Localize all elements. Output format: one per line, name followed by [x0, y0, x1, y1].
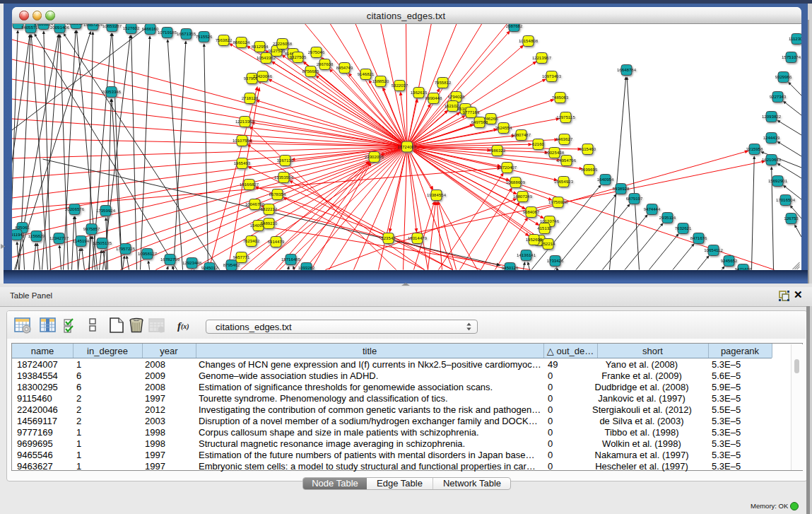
svg-text:9084067: 9084067: [522, 209, 539, 214]
svg-text:5938928: 5938928: [612, 186, 629, 191]
svg-text:22420046: 22420046: [252, 74, 272, 78]
svg-text:2867608: 2867608: [316, 62, 333, 66]
svg-text:6879197: 6879197: [625, 196, 642, 201]
svg-text:9450126: 9450126: [501, 265, 518, 270]
svg-text:1588520: 1588520: [372, 78, 389, 83]
svg-text:1093282: 1093282: [298, 265, 314, 270]
svg-text:16654923: 16654923: [553, 179, 573, 184]
svg-text:10543362: 10543362: [256, 55, 276, 60]
svg-text:1952695: 1952695: [525, 237, 542, 242]
svg-text:1145194: 1145194: [72, 238, 89, 243]
svg-text:8660124: 8660124: [233, 40, 249, 45]
svg-text:8756685: 8756685: [302, 69, 319, 74]
svg-text:10025438: 10025438: [544, 150, 564, 155]
svg-text:2935114: 2935114: [659, 215, 676, 220]
svg-text:20206576: 20206576: [64, 206, 84, 211]
svg-text:10107554: 10107554: [232, 138, 252, 143]
svg-text:7515526: 7515526: [195, 34, 212, 39]
svg-text:12975115: 12975115: [556, 115, 575, 119]
svg-text:15751074: 15751074: [781, 54, 801, 59]
svg-text:9245652: 9245652: [720, 258, 737, 263]
svg-text:20053346: 20053346: [101, 89, 121, 94]
svg-text:6914479: 6914479: [267, 239, 284, 244]
svg-text:6497568: 6497568: [471, 119, 488, 124]
svg-text:6466160: 6466160: [141, 26, 158, 31]
svg-text:12093822: 12093822: [761, 114, 781, 119]
svg-text:17957225: 17957225: [115, 246, 135, 251]
svg-text:16648784: 16648784: [616, 67, 636, 72]
svg-text:6794028: 6794028: [447, 94, 464, 99]
svg-text:8795462: 8795462: [223, 262, 240, 267]
svg-text:17016504: 17016504: [775, 197, 795, 202]
svg-text:19166827: 19166827: [239, 182, 259, 187]
svg-text:9329966: 9329966: [775, 74, 792, 79]
svg-text:15692901: 15692901: [767, 178, 787, 183]
svg-text:3624554: 3624554: [495, 125, 512, 130]
svg-text:10973493: 10973493: [541, 74, 561, 78]
svg-text:17359924: 17359924: [95, 208, 115, 213]
svg-text:14136141: 14136141: [516, 252, 536, 257]
svg-text:126753: 126753: [784, 216, 799, 221]
svg-text:1362615: 1362615: [410, 90, 427, 95]
svg-text:2975046: 2975046: [307, 49, 324, 54]
svg-text:18724007: 18724007: [397, 144, 417, 149]
svg-text:23226058: 23226058: [272, 41, 292, 46]
svg-text:7485063: 7485063: [551, 95, 568, 100]
svg-text:20091406: 20091406: [49, 25, 69, 30]
svg-text:9471676: 9471676: [734, 267, 751, 270]
svg-text:1156829: 1156829: [28, 233, 45, 238]
svg-text:1527602: 1527602: [122, 25, 139, 30]
svg-text:7986322: 7986322: [488, 148, 505, 153]
svg-text:3267130: 3267130: [276, 158, 293, 163]
svg-text:5822212: 5822212: [260, 206, 277, 211]
svg-text:12505135: 12505135: [92, 240, 112, 245]
svg-text:7563822: 7563822: [215, 37, 232, 42]
svg-text:13353594: 13353594: [273, 175, 293, 180]
svg-text:9457771: 9457771: [233, 255, 249, 259]
svg-text:10653287: 10653287: [102, 23, 122, 28]
svg-text:9146821: 9146821: [357, 71, 374, 76]
svg-text:8454749: 8454749: [336, 65, 353, 70]
svg-text:123542: 123542: [381, 235, 396, 240]
svg-text:8678354: 8678354: [269, 192, 286, 197]
svg-text:19314479: 19314479: [407, 235, 427, 240]
svg-text:9327505: 9327505: [289, 54, 306, 59]
svg-text:1733426: 1733426: [546, 258, 563, 263]
svg-text:1244419: 1244419: [763, 135, 779, 140]
svg-text:6489210: 6489210: [260, 221, 277, 226]
svg-text:23302095: 23302095: [364, 154, 384, 159]
svg-text:18807249: 18807249: [512, 194, 532, 199]
svg-text:15716485: 15716485: [281, 257, 300, 262]
svg-text:1965493: 1965493: [233, 160, 250, 165]
svg-text:7632621: 7632621: [674, 226, 691, 230]
svg-text:1640954: 1640954: [596, 177, 613, 182]
svg-text:9975857: 9975857: [83, 226, 100, 231]
svg-text:252214: 252214: [541, 241, 555, 246]
svg-text:19384554: 19384554: [426, 192, 446, 197]
svg-text:10688609: 10688609: [505, 180, 525, 185]
svg-text:(x): (x): [181, 322, 189, 331]
svg-text:14954796: 14954796: [556, 158, 576, 163]
svg-text:8912954: 8912954: [251, 44, 268, 49]
svg-text:10807487: 10807487: [511, 132, 531, 137]
svg-text:12213967: 12213967: [531, 55, 551, 60]
svg-text:62160: 62160: [532, 141, 545, 146]
svg-text:3215958: 3215958: [746, 146, 763, 151]
svg-text:2718126: 2718126: [241, 95, 258, 100]
svg-text:10046788: 10046788: [245, 201, 264, 206]
svg-text:16210643: 16210643: [761, 157, 781, 162]
svg-text:5322037: 5322037: [391, 83, 408, 88]
svg-text:8990448: 8990448: [425, 95, 442, 100]
svg-text:1112304: 1112304: [789, 36, 801, 41]
svg-text:12342737: 12342737: [49, 235, 69, 240]
svg-text:16782759: 16782759: [160, 257, 180, 262]
svg-text:3911941: 3911941: [12, 232, 25, 237]
svg-text:8471676: 8471676: [690, 235, 707, 240]
svg-text:9699695: 9699695: [580, 167, 597, 172]
svg-text:7623402: 7623402: [242, 238, 259, 243]
svg-text:19756928: 19756928: [548, 199, 567, 204]
svg-text:9463627: 9463627: [555, 136, 572, 141]
svg-text:16671355: 16671355: [176, 31, 196, 36]
svg-text:7955812: 7955812: [434, 80, 451, 85]
svg-text:12923448: 12923448: [182, 260, 201, 265]
